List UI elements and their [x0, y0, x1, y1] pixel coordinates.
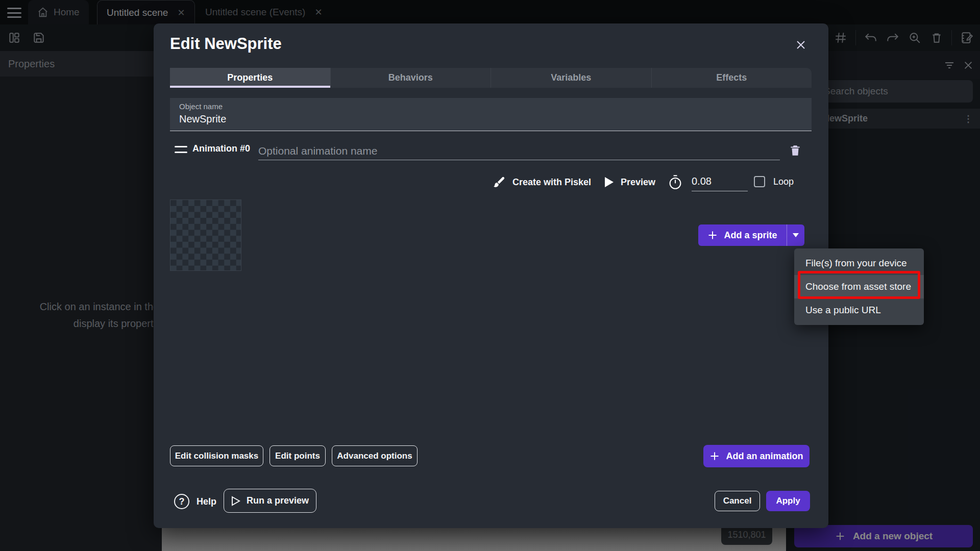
add-sprite-label: Add a sprite [724, 230, 777, 241]
timer-icon [668, 171, 682, 193]
apply-button[interactable]: Apply [766, 491, 810, 511]
object-name-field[interactable]: Object name NewSprite [170, 98, 812, 131]
create-with-piskel-label: Create with Piskel [512, 177, 591, 188]
run-preview-label: Run a preview [247, 495, 309, 506]
play-icon [604, 177, 614, 188]
play-outline-icon [231, 496, 240, 506]
cancel-button[interactable]: Cancel [715, 491, 760, 511]
dialog-close-icon[interactable] [793, 37, 809, 53]
drag-handle-icon[interactable] [175, 146, 187, 153]
loop-checkbox[interactable] [754, 176, 765, 187]
add-sprite-dropdown-arrow[interactable] [787, 224, 804, 246]
add-sprite-button[interactable]: Add a sprite [698, 224, 787, 246]
tab-properties[interactable]: Properties [170, 68, 331, 88]
animation-controls-row: Create with Piskel Preview Loop [154, 171, 828, 193]
menu-item-use-public-url[interactable]: Use a public URL [794, 298, 924, 322]
run-preview-button[interactable]: Run a preview [224, 489, 316, 513]
preview-label: Preview [621, 177, 655, 188]
edit-collision-masks-button[interactable]: Edit collision masks [170, 445, 263, 466]
loop-label: Loop [773, 177, 794, 187]
tab-effects[interactable]: Effects [652, 68, 812, 88]
help-label: Help [197, 496, 216, 507]
help-icon: ? [174, 494, 189, 509]
brush-icon [493, 176, 506, 189]
object-name-value: NewSprite [179, 113, 802, 125]
dialog-tab-bar: Properties Behaviors Variables Effects [170, 68, 812, 88]
tab-variables[interactable]: Variables [491, 68, 652, 88]
advanced-options-button[interactable]: Advanced options [332, 445, 418, 466]
annotation-highlight-box [798, 271, 920, 299]
preview-button[interactable]: Preview [604, 171, 655, 193]
animation-label: Animation #0 [192, 143, 250, 154]
add-animation-label: Add an animation [726, 451, 803, 462]
plus-icon [709, 451, 720, 461]
chevron-down-icon [792, 233, 799, 238]
edit-object-dialog: Edit NewSprite Properties Behaviors Vari… [154, 23, 828, 528]
plus-icon [707, 230, 718, 240]
create-with-piskel-button[interactable]: Create with Piskel [493, 171, 591, 193]
delete-animation-icon[interactable] [787, 142, 804, 159]
object-name-label: Object name [179, 102, 802, 111]
edit-points-button[interactable]: Edit points [270, 445, 326, 466]
add-animation-button[interactable]: Add an animation [703, 445, 810, 467]
tab-behaviors[interactable]: Behaviors [331, 68, 492, 88]
add-sprite-split-button: Add a sprite [698, 224, 804, 246]
time-between-frames-input[interactable] [692, 172, 748, 191]
sprite-frame-placeholder[interactable] [170, 199, 241, 271]
animation-name-input[interactable] [258, 142, 780, 160]
dialog-title: Edit NewSprite [170, 35, 282, 53]
help-button[interactable]: ? Help [174, 491, 216, 512]
